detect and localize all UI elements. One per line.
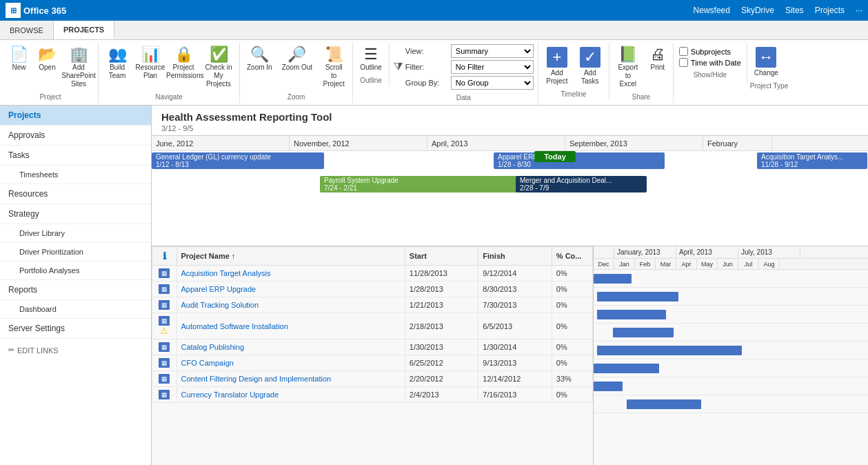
gantt-bar-row xyxy=(594,359,868,377)
row-finish: 7/30/2013 xyxy=(478,297,552,313)
table-row: ▦ ⚠ Automated Software Installation 2/18… xyxy=(152,313,593,339)
sharepoint-label: Add SharePoint Sites xyxy=(61,63,95,88)
gantt-month-2: April, 2013 xyxy=(427,136,565,150)
view-select[interactable]: Summary xyxy=(451,44,534,58)
check-in-projects-button[interactable]: ✅ Check in My Projects xyxy=(201,44,236,91)
gantt-bar-row xyxy=(594,342,868,359)
project-link[interactable]: Catalog Publishing xyxy=(181,343,245,351)
row-start: 1/30/2013 xyxy=(405,339,478,355)
tab-bar: BROWSE PROJECTS xyxy=(0,21,868,40)
nav-skydrive[interactable]: SkyDrive xyxy=(741,6,774,15)
project-link[interactable]: Automated Software Installation xyxy=(181,322,288,330)
sidebar-item-portfolio-analyses[interactable]: Portfolio Analyses xyxy=(0,261,151,280)
open-button[interactable]: 📂 Open xyxy=(34,44,61,75)
sidebar-item-dashboard[interactable]: Dashboard xyxy=(0,300,151,319)
project-dates: 3/12 - 9/5 xyxy=(161,124,858,132)
sidebar-item-projects[interactable]: Projects xyxy=(0,106,151,126)
build-team-button[interactable]: 👥 Build Team xyxy=(101,44,133,83)
scroll-to-project-button[interactable]: 📜 Scroll to Project xyxy=(318,44,350,91)
th-pct[interactable]: % Co... xyxy=(552,247,592,266)
subprojects-checkbox[interactable] xyxy=(679,47,688,56)
row-icon-cell: ▦ xyxy=(152,339,177,355)
sidebar-item-server-settings[interactable]: Server Settings xyxy=(0,319,151,339)
pencil-icon: ✏ xyxy=(8,346,14,355)
project-link[interactable]: Apparel ERP Upgrade xyxy=(181,285,256,293)
add-project-button[interactable]: + Add Project xyxy=(541,44,573,88)
tab-projects[interactable]: PROJECTS xyxy=(54,21,114,39)
sidebar-item-resources[interactable]: Resources xyxy=(0,184,151,204)
sidebar-item-reports[interactable]: Reports xyxy=(0,280,151,300)
gantt-bar-gl: General Ledger (GL) currency update1/12 … xyxy=(152,152,324,169)
timeline-section-label: Timeline xyxy=(541,88,606,100)
table-with-gantt: ℹ Project Name ↑ Start Finish % Co... ▦ … xyxy=(152,246,868,465)
sidebar-item-driver-prioritization[interactable]: Driver Prioritization xyxy=(0,243,151,261)
groupby-row: Group By: No Group xyxy=(405,76,534,90)
gantt-bar-row xyxy=(594,377,868,395)
sidebar-item-approvals[interactable]: Approvals xyxy=(0,126,151,146)
nav-more[interactable]: ··· xyxy=(856,6,862,15)
edit-links[interactable]: ✏ EDIT LINKS xyxy=(0,339,151,362)
permissions-icon: 🔒 xyxy=(174,47,193,62)
project-link[interactable]: CFO Campaign xyxy=(181,359,234,367)
mini-gantt-bar xyxy=(594,364,659,373)
gantt-bar-erp: Apparel ERP Upgrade1/28 - 8/30 xyxy=(494,152,665,169)
print-button[interactable]: 🖨 Print xyxy=(645,44,670,75)
subprojects-row: Subprojects xyxy=(679,47,741,56)
zoom-out-button[interactable]: 🔎 Zoom Out xyxy=(278,44,316,75)
project-link[interactable]: Audit Tracking Solution xyxy=(181,301,259,309)
gantt-bar-row xyxy=(594,270,868,288)
row-pct: 0% xyxy=(552,297,592,313)
add-sharepoint-button[interactable]: 🏢 Add SharePoint Sites xyxy=(62,44,95,91)
project-link[interactable]: Acquisition Target Analysis xyxy=(181,269,271,277)
row-pct: 0% xyxy=(552,313,592,339)
new-button[interactable]: 📄 New xyxy=(6,44,32,75)
gantt-month-row: Dec Jan Feb Mar Apr May Jun Jul Aug xyxy=(594,259,868,270)
sidebar-item-strategy[interactable]: Strategy xyxy=(0,204,151,224)
th-start[interactable]: Start xyxy=(405,247,478,266)
sidebar-item-tasks[interactable]: Tasks xyxy=(0,146,151,166)
gantt-year-row: January, 2013 April, 2013 July, 2013 xyxy=(594,246,868,259)
gantt-aug: Aug xyxy=(759,259,780,269)
project-link[interactable]: Content Filtering Design and Implementat… xyxy=(181,375,332,383)
nav-sites[interactable]: Sites xyxy=(785,6,804,15)
project-permissions-button[interactable]: 🔒 Project Permissions xyxy=(168,44,199,83)
row-pct: 33% xyxy=(552,371,592,387)
row-type-icon: ▦ xyxy=(159,374,170,384)
nav-projects[interactable]: Projects xyxy=(815,6,845,15)
build-team-icon: 👥 xyxy=(108,47,127,62)
tab-browse[interactable]: BROWSE xyxy=(0,21,54,39)
gantt-month-1: November, 2012 xyxy=(290,136,427,150)
nav-newsfeed[interactable]: Newsfeed xyxy=(694,6,730,15)
project-link[interactable]: Currency Translator Upgrade xyxy=(181,390,279,399)
th-name[interactable]: Project Name ↑ xyxy=(176,247,405,266)
sidebar-item-driver-library[interactable]: Driver Library xyxy=(0,224,151,243)
resource-plan-icon: 📊 xyxy=(141,47,160,62)
filter-funnel-icon: ⧩ xyxy=(394,61,403,73)
filter-row: Filter: No Filter xyxy=(405,60,534,74)
table-row: ▦ Audit Tracking Solution 1/21/2013 7/30… xyxy=(152,297,593,313)
sidebar-item-timesheets[interactable]: Timesheets xyxy=(0,166,151,184)
gantt-right-panel: January, 2013 April, 2013 July, 2013 Dec… xyxy=(593,246,868,465)
showhide-section: Subprojects Time with Date Show/Hide xyxy=(674,43,747,85)
export-excel-button[interactable]: 📗 Export to Excel xyxy=(612,44,644,91)
th-finish[interactable]: Finish xyxy=(478,247,552,266)
add-project-icon: + xyxy=(547,47,567,68)
timewithdate-checkbox[interactable] xyxy=(679,58,688,67)
zoom-in-button[interactable]: 🔍 Zoom In xyxy=(243,44,276,75)
resource-plan-button[interactable]: 📊 Resource Plan xyxy=(134,44,166,83)
change-button[interactable]: ↔ Change xyxy=(750,44,783,80)
filter-select[interactable]: No Filter xyxy=(451,60,534,74)
row-type-icon: ▦ xyxy=(159,284,170,294)
add-tasks-button[interactable]: ✓ Add Tasks xyxy=(574,44,606,88)
groupby-select[interactable]: No Group xyxy=(451,76,534,90)
row-type-icon: ▦ xyxy=(159,300,170,310)
outline-section-label: Outline xyxy=(356,75,386,86)
gantt-year-label-1: January, 2013 xyxy=(614,246,676,258)
row-type-icon: ▦ xyxy=(159,268,170,278)
office-logo: ⊞ Office 365 xyxy=(6,3,66,18)
open-icon: 📂 xyxy=(38,47,57,62)
outline-button[interactable]: ☰ Outline xyxy=(356,44,386,75)
print-icon: 🖨 xyxy=(650,47,665,62)
export-excel-label: Export to Excel xyxy=(616,63,640,88)
add-tasks-label: Add Tasks xyxy=(578,69,602,86)
